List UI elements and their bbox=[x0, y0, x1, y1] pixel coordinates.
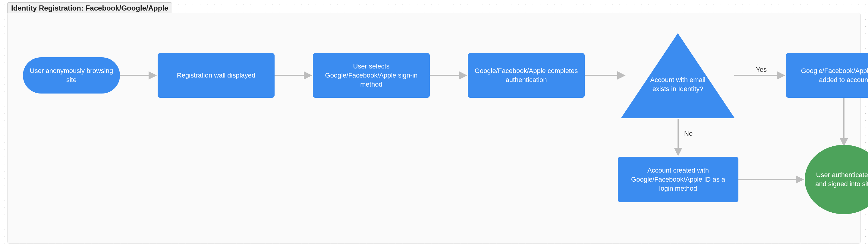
node-login-added[interactable]: Google/Facebook/Apple login added to acc… bbox=[786, 53, 868, 98]
node-account-created[interactable]: Account created with Google/Facebook/App… bbox=[618, 157, 738, 202]
diagram-canvas[interactable]: Identity Registration: Facebook/Google/A… bbox=[0, 0, 868, 251]
edge-label-no: No bbox=[684, 130, 692, 138]
node-registration-wall[interactable]: Registration wall displayed bbox=[158, 53, 275, 98]
node-auth-complete[interactable]: Google/Facebook/Apple completes authenti… bbox=[468, 53, 585, 98]
node-start[interactable]: User anonymously browsing site bbox=[23, 57, 120, 93]
edges-layer bbox=[0, 0, 868, 251]
edge-label-yes: Yes bbox=[756, 66, 767, 74]
node-decision-account-exists[interactable]: Account with email exists in Identity? bbox=[621, 33, 735, 118]
node-decision-text: Account with email exists in Identity? bbox=[648, 76, 708, 93]
node-select-provider[interactable]: User selects Google/Facebook/Apple sign-… bbox=[313, 53, 430, 98]
